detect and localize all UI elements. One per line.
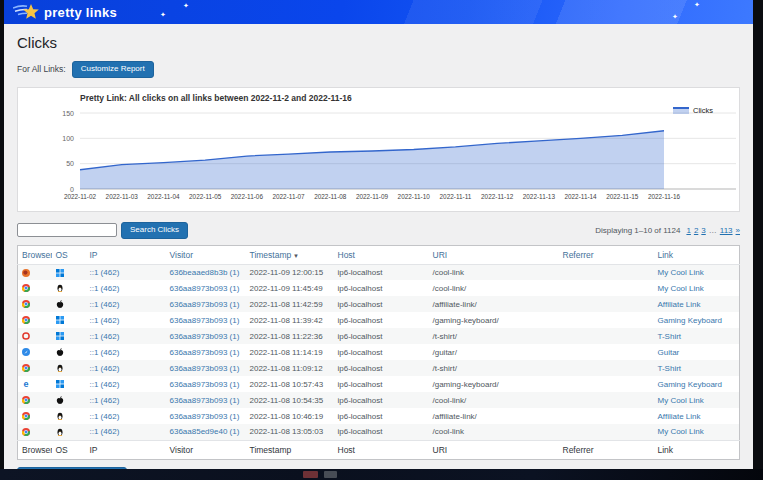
ip-link[interactable]: ::1 (462) [90,268,120,277]
search-input[interactable] [17,223,117,237]
page-title: Clicks [17,34,740,51]
last-page-link[interactable]: 113 [720,226,733,235]
visitor-link[interactable]: 636aa8973b093 (1) [170,284,240,293]
column-header-visitor[interactable]: Visitor [166,245,246,264]
referrer-cell [559,408,654,424]
host-cell: ip6-localhost [334,392,429,408]
column-header-timestamp[interactable]: Timestamp [246,440,334,459]
ip-link[interactable]: ::1 (462) [90,427,120,436]
column-header-os[interactable]: OS [52,440,86,459]
ip-link[interactable]: ::1 (462) [90,380,120,389]
os-cell [52,264,86,280]
ip-link[interactable]: ::1 (462) [90,284,120,293]
visitor-link[interactable]: 636aa8973b093 (1) [170,412,240,421]
chrome-icon [22,300,30,308]
page-link-3[interactable]: 3 [701,226,705,235]
page-link-2[interactable]: 2 [694,226,698,235]
chrome-icon [22,396,30,404]
column-header-host[interactable]: Host [334,440,429,459]
chrome-icon [22,284,30,292]
chrome-icon [22,364,30,372]
safari-icon [22,348,30,356]
column-header-browser[interactable]: Browser [18,440,52,459]
referrer-cell [559,360,654,376]
table-row: ::1 (462)636aa8973b093 (1)2022-11-08 11:… [18,312,740,328]
column-header-visitor[interactable]: Visitor [166,440,246,459]
pretty-link-link[interactable]: My Cool Link [658,268,704,277]
visitor-link[interactable]: 636aa8973b093 (1) [170,348,240,357]
visitor-link[interactable]: 636beaaed8b3b (1) [170,268,240,277]
next-page-link[interactable]: » [736,226,740,235]
column-header-ip[interactable]: IP [86,245,166,264]
ip-link[interactable]: ::1 (462) [90,348,120,357]
pretty-link-link[interactable]: Guitar [658,348,680,357]
timestamp-cell: 2022-11-08 13:05:03 [246,424,334,440]
column-header-browser[interactable]: Browser [18,245,52,264]
referrer-cell [559,328,654,344]
uri-cell: /cool-link/ [429,392,559,408]
visitor-link[interactable]: 636aa8973b093 (1) [170,300,240,309]
ip-cell: ::1 (462) [86,328,166,344]
column-header-uri[interactable]: URI [429,440,559,459]
pretty-link-link[interactable]: Gaming Keyboard [658,316,722,325]
linux-icon [56,284,64,292]
visitor-link[interactable]: 636aa8973b093 (1) [170,316,240,325]
chart-legend-label: Clicks [693,106,713,115]
clicks-chart-panel: Pretty Link: All clicks on all links bet… [17,87,740,212]
pretty-link-link[interactable]: T-Shirt [658,332,682,341]
column-header-timestamp[interactable]: Timestamp ▼ [246,245,334,264]
ip-cell: ::1 (462) [86,280,166,296]
ip-link[interactable]: ::1 (462) [90,332,120,341]
sparkle-icon: ✦ [160,11,166,18]
ip-cell: ::1 (462) [86,264,166,280]
visitor-link[interactable]: 636aa85ed9e40 (1) [170,427,240,436]
ip-link[interactable]: ::1 (462) [90,316,120,325]
svg-text:2022-11-03: 2022-11-03 [106,193,139,200]
visitor-link[interactable]: 636aa8973b093 (1) [170,364,240,373]
os-cell [52,296,86,312]
chrome-icon [22,412,30,420]
ip-link[interactable]: ::1 (462) [90,300,120,309]
svg-text:2022-11-02: 2022-11-02 [64,193,97,200]
uri-cell: /cool-link [429,424,559,440]
ip-link[interactable]: ::1 (462) [90,364,120,373]
svg-text:2022-11-15: 2022-11-15 [606,193,639,200]
page-link-1[interactable]: 1 [686,226,690,235]
ip-cell: ::1 (462) [86,312,166,328]
visitor-link[interactable]: 636aa8973b093 (1) [170,332,240,341]
visitor-cell: 636aa8973b093 (1) [166,376,246,392]
column-header-ip[interactable]: IP [86,440,166,459]
pretty-link-link[interactable]: Affiliate Link [658,300,701,309]
pretty-link-link[interactable]: Affiliate Link [658,412,701,421]
column-header-uri[interactable]: URI [429,245,559,264]
ip-link[interactable]: ::1 (462) [90,412,120,421]
browser-cell [18,264,52,280]
visitor-link[interactable]: 636aa8973b093 (1) [170,396,240,405]
column-header-host[interactable]: Host [334,245,429,264]
pretty-link-link[interactable]: My Cool Link [658,284,704,293]
pretty-link-link[interactable]: Gaming Keyboard [658,380,722,389]
os-cell [52,376,86,392]
column-header-link[interactable]: Link [654,440,740,459]
visitor-cell: 636aa8973b093 (1) [166,344,246,360]
customize-report-button[interactable]: Customize Report [72,61,154,78]
browser-cell [18,328,52,344]
search-clicks-button[interactable]: Search Clicks [121,222,188,239]
os-cell [52,392,86,408]
visitor-link[interactable]: 636aa8973b093 (1) [170,380,240,389]
column-header-os[interactable]: OS [52,245,86,264]
pretty-link-link[interactable]: My Cool Link [658,427,704,436]
column-header-link[interactable]: Link [654,245,740,264]
os-cell [52,280,86,296]
svg-text:2022-11-07: 2022-11-07 [272,193,305,200]
svg-text:2022-11-12: 2022-11-12 [481,193,514,200]
browser-cell: e [18,376,52,392]
timestamp-cell: 2022-11-08 10:46:19 [246,408,334,424]
pretty-link-link[interactable]: My Cool Link [658,396,704,405]
ip-link[interactable]: ::1 (462) [90,396,120,405]
column-header-referrer[interactable]: Referrer [559,440,654,459]
column-header-referrer[interactable]: Referrer [559,245,654,264]
sparkle-icon: ✦ [672,13,678,20]
svg-text:2022-11-09: 2022-11-09 [356,193,389,200]
pretty-link-link[interactable]: T-Shirt [658,364,682,373]
